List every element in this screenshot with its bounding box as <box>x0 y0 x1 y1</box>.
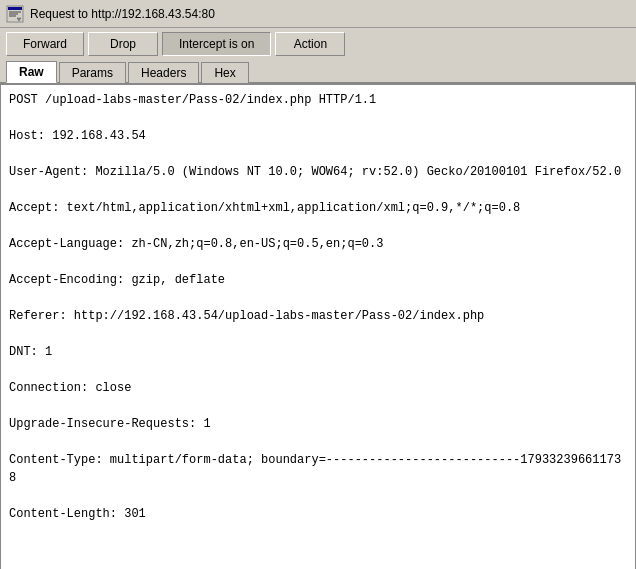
tab-hex[interactable]: Hex <box>201 62 248 83</box>
svg-rect-1 <box>8 7 22 10</box>
drop-button[interactable]: Drop <box>88 32 158 56</box>
request-content[interactable]: POST /upload-labs-master/Pass-02/index.p… <box>0 84 636 569</box>
app-icon <box>6 5 24 23</box>
tab-headers[interactable]: Headers <box>128 62 199 83</box>
tab-raw[interactable]: Raw <box>6 61 57 83</box>
tab-params[interactable]: Params <box>59 62 126 83</box>
tab-bar: Raw Params Headers Hex <box>0 60 636 84</box>
intercept-button[interactable]: Intercept is on <box>162 32 271 56</box>
title-bar: Request to http://192.168.43.54:80 <box>0 0 636 28</box>
title-text: Request to http://192.168.43.54:80 <box>30 7 215 21</box>
toolbar: Forward Drop Intercept is on Action <box>0 28 636 60</box>
action-button[interactable]: Action <box>275 32 345 56</box>
forward-button[interactable]: Forward <box>6 32 84 56</box>
